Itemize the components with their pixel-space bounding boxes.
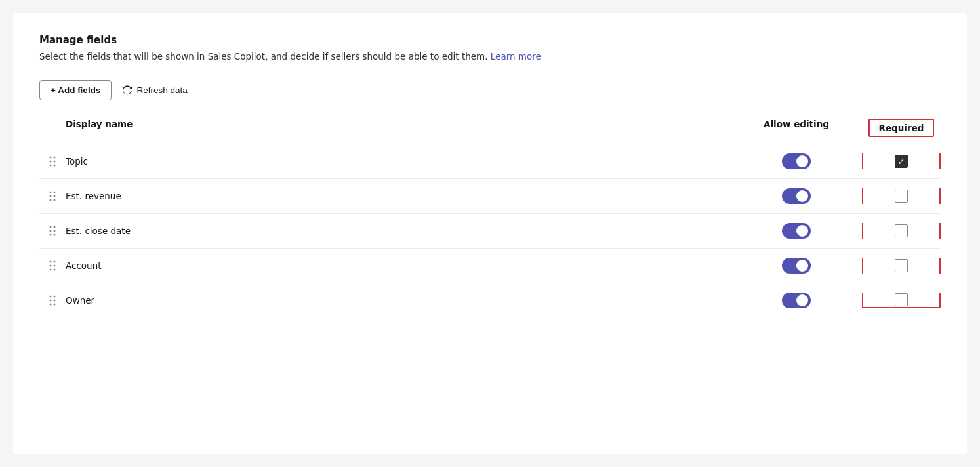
toggle-cell[interactable] [731, 223, 862, 239]
table-row: Est. close date [39, 214, 941, 249]
svg-point-2 [50, 165, 52, 167]
field-name: Topic [66, 156, 731, 167]
svg-point-22 [54, 265, 56, 267]
required-checkbox[interactable]: ✓ [895, 155, 908, 168]
required-checkbox-cell [862, 293, 941, 308]
drag-dots-icon [48, 190, 57, 203]
svg-point-10 [54, 195, 56, 197]
table-row: Est. revenue [39, 179, 941, 214]
svg-point-5 [54, 165, 56, 167]
allow-editing-toggle[interactable] [782, 258, 811, 274]
required-checkbox[interactable] [895, 190, 908, 203]
svg-point-23 [54, 269, 56, 271]
required-checkbox-cell: ✓ [862, 153, 941, 169]
drag-handle[interactable] [39, 294, 66, 307]
page-title: Manage fields [39, 34, 941, 46]
svg-point-8 [50, 199, 52, 201]
required-col-header: Required [868, 119, 935, 137]
table-header: Display name Allow editing Required [39, 119, 941, 144]
svg-point-15 [54, 226, 56, 228]
required-checkbox[interactable] [895, 259, 908, 272]
svg-point-21 [54, 261, 56, 263]
svg-point-18 [50, 261, 52, 263]
svg-point-1 [50, 161, 52, 163]
allow-editing-toggle[interactable] [782, 223, 811, 239]
required-checkbox-cell [862, 223, 941, 239]
svg-point-12 [50, 226, 52, 228]
svg-point-19 [50, 265, 52, 267]
allow-editing-toggle[interactable] [782, 153, 811, 169]
svg-point-28 [54, 300, 56, 302]
table-row: Owner [39, 283, 941, 317]
required-col-header-wrapper: Required [862, 119, 941, 137]
field-name: Est. revenue [66, 191, 731, 201]
required-checkbox[interactable] [895, 293, 908, 306]
field-name: Est. close date [66, 226, 731, 236]
svg-point-7 [50, 195, 52, 197]
allow-editing-toggle[interactable] [782, 293, 811, 308]
field-name: Account [66, 260, 731, 271]
toggle-cell[interactable] [731, 293, 862, 308]
display-name-col-header: Display name [66, 119, 731, 137]
drag-dots-icon [48, 294, 57, 307]
svg-point-4 [54, 161, 56, 163]
fields-table: Display name Allow editing Required Topi… [39, 119, 941, 317]
toolbar: + Add fields Refresh data [39, 80, 941, 100]
table-row: Account [39, 249, 941, 283]
drag-dots-icon [48, 224, 57, 237]
required-checkbox-cell [862, 258, 941, 274]
svg-point-24 [50, 296, 52, 298]
svg-point-11 [54, 199, 56, 201]
svg-point-6 [50, 192, 52, 193]
subtitle-text: Select the fields that will be shown in … [39, 51, 488, 62]
svg-point-3 [54, 157, 56, 159]
svg-point-26 [50, 304, 52, 306]
toggle-cell[interactable] [731, 153, 862, 169]
toggle-cell[interactable] [731, 258, 862, 274]
drag-handle[interactable] [39, 155, 66, 168]
svg-point-16 [54, 230, 56, 232]
table-row: Topic ✓ [39, 144, 941, 179]
svg-point-14 [50, 234, 52, 236]
page-subtitle: Select the fields that will be shown in … [39, 51, 941, 62]
allow-editing-toggle[interactable] [782, 188, 811, 204]
svg-point-20 [50, 269, 52, 271]
toggle-cell[interactable] [731, 188, 862, 204]
refresh-label: Refresh data [136, 85, 187, 95]
drag-handle[interactable] [39, 259, 66, 272]
drag-handle[interactable] [39, 190, 66, 203]
svg-point-25 [50, 300, 52, 302]
add-fields-label: + Add fields [51, 85, 100, 95]
svg-point-17 [54, 234, 56, 236]
svg-point-13 [50, 230, 52, 232]
svg-point-27 [54, 296, 56, 298]
learn-more-link[interactable]: Learn more [491, 51, 541, 62]
refresh-data-button[interactable]: Refresh data [119, 81, 190, 100]
required-checkbox[interactable] [895, 224, 908, 237]
main-container: Manage fields Select the fields that wil… [13, 13, 967, 454]
svg-point-0 [50, 157, 52, 159]
svg-point-29 [54, 304, 56, 306]
add-fields-button[interactable]: + Add fields [39, 80, 112, 100]
drag-dots-icon [48, 155, 57, 168]
drag-dots-icon [48, 259, 57, 272]
refresh-icon [122, 85, 133, 96]
field-name: Owner [66, 295, 731, 306]
required-checkbox-cell [862, 188, 941, 204]
svg-point-9 [54, 192, 56, 193]
drag-col-header [39, 119, 66, 137]
drag-handle[interactable] [39, 224, 66, 237]
allow-editing-col-header: Allow editing [731, 119, 862, 137]
